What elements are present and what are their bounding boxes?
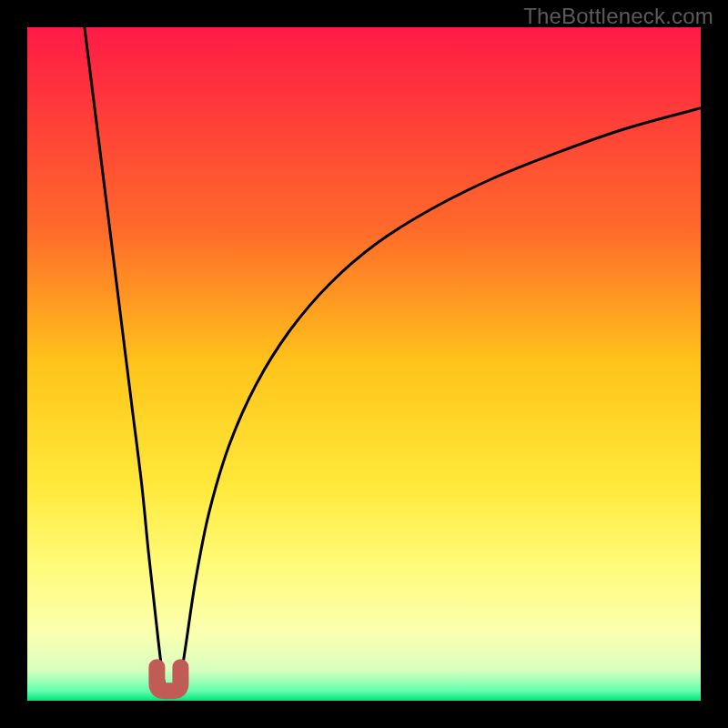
chart-frame: TheBottleneck.com [0,0,728,728]
curve-left-branch [85,27,166,691]
plot-area [27,27,701,701]
watermark-text: TheBottleneck.com [523,4,713,29]
optimal-min-marker [157,667,180,691]
bottleneck-curve [27,27,701,701]
curve-right-branch [179,108,702,691]
